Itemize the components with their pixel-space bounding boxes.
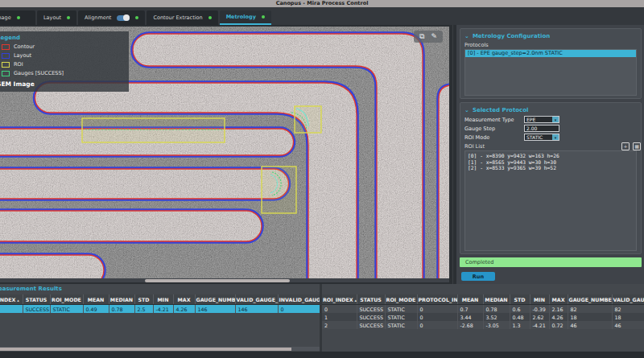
column-header[interactable]: GAUGE_NUMBER (568, 294, 612, 305)
tab-bar: ImageLayoutAlignmentContour ExtractionMe… (0, 7, 644, 25)
column-header[interactable]: INVALID_GAUGE_NUM (278, 294, 320, 305)
column-header[interactable]: MEAN (83, 294, 109, 305)
results-scrollbar-thumb[interactable] (0, 348, 291, 351)
roi-box[interactable] (295, 106, 321, 133)
tab-contour-extraction[interactable]: Contour Extraction (147, 10, 217, 25)
table-cell: STATIC (50, 305, 83, 314)
roi-item[interactable]: [0] - x=8390 y=9432 w=163 h=26 (465, 153, 636, 159)
roi-results-table: ROI_INDEX ▴STATUSROI_MODEPROTOCOL_INDEXM… (322, 294, 644, 329)
tab-layout[interactable]: Layout (37, 10, 76, 25)
table-cell: 2.5 (134, 305, 153, 314)
tab-alignment[interactable]: Alignment (78, 10, 145, 25)
column-header[interactable]: MIN (153, 294, 173, 305)
column-header[interactable]: MAX (173, 294, 195, 305)
column-header[interactable]: ROI_MODE (50, 294, 83, 305)
results-horizontal-scrollbar[interactable] (0, 347, 320, 351)
table-row[interactable]: 0SUCCESSSTATIC0.490.782.5-4.214.26146146… (0, 305, 320, 314)
column-header[interactable]: ROI_MODE (385, 294, 417, 305)
chevron-down-icon: ⌄ (464, 107, 469, 113)
edit-icon[interactable]: ✎ (431, 32, 437, 41)
viewer-scrollbar-thumb[interactable] (145, 279, 290, 282)
tab-image[interactable]: Image (0, 10, 35, 25)
status-dot-icon (135, 16, 138, 19)
column-header[interactable]: ROI_INDEX ▴ (322, 294, 357, 305)
roi-item[interactable]: [1] - x=8565 y=9443 w=30 h=30 (465, 159, 636, 166)
legend-item: Gauges [SUCCESS] (2, 70, 124, 76)
status-dot-icon (67, 16, 70, 19)
column-header[interactable]: VALID_GAUGE_NUM (235, 294, 278, 305)
dropdown-arrow-icon[interactable]: ▾ (552, 134, 559, 140)
status-text: Completed (460, 259, 493, 265)
table-cell: 0.48 (510, 313, 530, 321)
fit-view-icon[interactable]: ⧉ (419, 32, 424, 41)
protocols-label: Protocols (464, 41, 637, 49)
table-cell: SUCCESS (23, 305, 50, 314)
field-label: Measurement Type (464, 117, 524, 123)
app-window: Canopus - Mira Process Control ImageLayo… (0, 0, 644, 358)
column-header[interactable]: MEAN (457, 294, 483, 305)
table-cell: 0 (417, 321, 457, 329)
sem-viewer[interactable]: Legend ContourLayoutROIGauges [SUCCESS] … (0, 25, 449, 284)
table-row[interactable]: 1SUCCESSSTATIC03.443.520.482.624.261818 (322, 313, 644, 321)
measurement-type-select[interactable]: EPE▾ (524, 116, 559, 123)
column-header[interactable]: STD (510, 294, 530, 305)
roi-item[interactable]: [2] - x=8533 y=9365 w=39 h=52 (465, 165, 636, 171)
column-header[interactable]: STATUS (357, 294, 385, 305)
gauge-step-input[interactable]: 2.00 (524, 125, 559, 132)
alignment-toggle[interactable] (117, 15, 130, 21)
column-header[interactable]: MIN (530, 294, 549, 305)
viewer-horizontal-scrollbar[interactable] (0, 278, 449, 282)
dropdown-arrow-icon[interactable]: ▾ (552, 117, 559, 122)
chevron-down-icon: ⌄ (464, 33, 469, 39)
legend-item: Contour (2, 43, 124, 50)
column-header[interactable]: STATUS (23, 294, 50, 305)
protocol-item[interactable]: [0] - EPE gauge_step=2.0nm STATIC (465, 50, 636, 57)
column-header[interactable]: PROTOCOL_INDEX (417, 294, 457, 305)
roi-mode-select[interactable]: STATIC▾ (524, 134, 559, 141)
status-dot-icon (17, 16, 20, 19)
table-cell: SUCCESS (357, 313, 385, 321)
toggle-knob (123, 14, 130, 21)
column-header[interactable]: PROTOCOL_INDEX ▴ (0, 294, 23, 305)
table-cell: 0.72 (549, 321, 568, 329)
table-cell: 0 (0, 305, 23, 314)
table-cell: 0.78 (483, 305, 510, 314)
column-header[interactable]: VALID_GAUGE_NUM (612, 294, 644, 305)
tab-label: Contour Extraction (153, 14, 202, 21)
table-cell: 4.26 (173, 305, 195, 314)
column-header[interactable]: MAX (549, 294, 568, 305)
field-label: ROI Mode (464, 134, 524, 141)
table-cell: 0.49 (83, 305, 109, 314)
column-header[interactable]: MEDIAN (483, 294, 510, 305)
roi-box[interactable] (82, 118, 225, 142)
table-cell: 146 (235, 305, 278, 314)
protocols-list[interactable]: [0] - EPE gauge_step=2.0nm STATIC (464, 49, 637, 96)
status-bar: Completed (460, 257, 642, 267)
column-header[interactable]: GAUGE_NUMBER (195, 294, 235, 305)
form-row: ROI ModeSTATIC▾ (464, 133, 637, 142)
column-header[interactable]: STD (134, 294, 153, 305)
main-split: Legend ContourLayoutROIGauges [SUCCESS] … (0, 25, 644, 284)
roi-list[interactable]: [0] - x=8390 y=9432 w=163 h=26[1] - x=85… (464, 150, 637, 251)
roi-list-label: ROI List (464, 142, 618, 150)
column-header[interactable]: MEDIAN (109, 294, 134, 305)
run-button[interactable]: Run (461, 272, 495, 281)
selected-protocol-section: ⌄ Selected Protocol Measurement TypeEPE▾… (460, 102, 642, 254)
table-cell: STATIC (385, 305, 417, 314)
table-cell: 46 (568, 321, 612, 329)
metrology-configuration-header[interactable]: ⌄ Metrology Configuration (464, 31, 637, 41)
form-row: Measurement TypeEPE▾ (464, 115, 637, 124)
table-row[interactable]: 2SUCCESSSTATIC0-2.68-3.051.3-4.210.72464… (322, 321, 644, 329)
add-roi-icon[interactable]: + (621, 142, 630, 150)
field-value: STATIC (525, 134, 552, 141)
table-cell: -0.39 (530, 305, 549, 314)
panel-splitter[interactable] (449, 25, 456, 284)
legend-swatch (2, 53, 10, 59)
selected-protocol-header[interactable]: ⌄ Selected Protocol (464, 105, 637, 115)
table-cell: -4.21 (530, 321, 549, 329)
roi-box[interactable] (262, 167, 296, 213)
roi-grid-icon[interactable]: ▦ (633, 142, 641, 150)
tab-metrology[interactable]: Metrology (220, 10, 271, 25)
results-area: Measurement Results PROTOCOL_INDEX ▴STAT… (0, 284, 644, 352)
table-row[interactable]: 0SUCCESSSTATIC00.70.780.6-0.392.168282 (322, 305, 644, 314)
